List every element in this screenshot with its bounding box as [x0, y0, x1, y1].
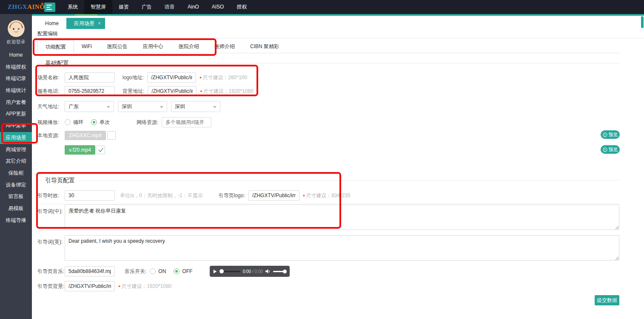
sidebar-item-terminal-records[interactable]: 终端记录 [0, 73, 32, 85]
scene-name-input[interactable] [65, 72, 115, 83]
play-circle-icon [603, 132, 607, 137]
menu-toggle-button[interactable] [44, 3, 55, 12]
functab-hospital-intro[interactable]: 医院介绍 [171, 40, 207, 53]
network-res-label: 网络资源: [137, 119, 158, 126]
functab-hospital-notice[interactable]: 医院公告 [100, 40, 135, 53]
guide-text-cn-textarea[interactable]: 亲爱的患者 祝你早日康复 [65, 204, 619, 230]
guide-music-label: 引导页音乐: [37, 268, 65, 275]
sidebar-item-app-menu[interactable]: APP菜单 [0, 120, 32, 132]
weather-district-select[interactable]: 深圳 [171, 101, 220, 112]
guide-logo-input[interactable] [248, 190, 299, 201]
speaker-icon[interactable] [265, 269, 271, 274]
play-circle-icon [603, 147, 607, 152]
sidebar-item-safe[interactable]: 保险柜 [0, 167, 32, 179]
nav-item-aiso[interactable]: AISO [205, 0, 231, 14]
guide-duration-input[interactable] [65, 190, 115, 201]
sidebar-item-terminal-auth[interactable]: 终端授权 [0, 61, 32, 73]
guide-music-input[interactable] [65, 266, 115, 276]
welcome-text: 欢迎登录 [0, 39, 32, 45]
nav-item-ads[interactable]: 广告 [135, 0, 158, 14]
audio-player[interactable]: 0:00 / 0:00 [210, 266, 290, 277]
functab-feature-config[interactable]: 功能配置 [37, 40, 74, 53]
submit-button[interactable]: 提交数据 [595, 295, 619, 305]
functab-doctor-intro[interactable]: 医师介绍 [207, 40, 242, 53]
preview-button[interactable]: 预览 [601, 145, 620, 154]
local-file-badge: ZHGXXC.mp4 [65, 131, 106, 140]
functab-app-center[interactable]: 应用中心 [135, 40, 171, 53]
radio-checked-icon[interactable] [91, 119, 97, 125]
phone-label: 服务电话: [37, 88, 65, 95]
volume-knob[interactable] [283, 270, 287, 273]
nav-item-system[interactable]: 系统 [61, 0, 84, 14]
sidebar-item-home[interactable]: Home [0, 49, 32, 61]
logo-addr-input[interactable] [147, 72, 196, 83]
weather-province-select[interactable]: 广东 [65, 101, 114, 112]
sidebar-item-device-bind[interactable]: 设备绑定 [0, 179, 32, 191]
video-single-option[interactable]: 单次 [91, 119, 110, 126]
music-on-option[interactable]: ON [150, 268, 166, 274]
local-file-badge-selected: v.f20.mp4 [65, 145, 95, 155]
guide-duration-label: 引导时效: [37, 192, 65, 199]
scrollbar-thumb[interactable] [641, 16, 644, 28]
sidebar-item-app-update[interactable]: APP更新 [0, 108, 32, 120]
functab-wifi[interactable]: WiFi [74, 40, 100, 53]
sidebar-item-template[interactable]: 易模板 [0, 203, 32, 215]
page-tabbar: Home 应用场景× [37, 18, 644, 29]
music-switch-label: 音乐开关: [125, 268, 146, 275]
seek-knob[interactable] [219, 269, 224, 273]
functab-cibn[interactable]: CIBN 聚精彩 [242, 40, 287, 53]
sidebar: 欢迎登录 Home 终端授权 终端记录 终端统计 用户套餐 APP更新 APP菜… [0, 14, 32, 319]
scene-name-label: 场景名称: [37, 74, 65, 81]
preview-button[interactable]: 预览 [601, 130, 620, 139]
video-play-label: 视频播放: [37, 119, 65, 126]
sidebar-item-terminal-stats[interactable]: 终端统计 [0, 85, 32, 97]
app-logo: ZHGXAINO [8, 3, 41, 11]
accent-strip [32, 14, 644, 16]
tab-home[interactable]: Home [37, 18, 66, 29]
hamburger-icon [46, 5, 52, 6]
chevron-down-icon [160, 106, 163, 108]
chevron-down-icon [213, 106, 217, 108]
guide-text-en-textarea[interactable]: Dear patient, I wish you a speedy recove… [65, 235, 619, 261]
guide-config-section: 引导页配置 [37, 180, 619, 181]
local-file-checkbox[interactable] [107, 131, 116, 140]
video-loop-option[interactable]: 循环 [65, 119, 83, 126]
bg-addr-input[interactable] [148, 86, 197, 96]
nav-item-smartscreen[interactable]: 智慧屏 [84, 0, 112, 14]
sidebar-item-mall[interactable]: 商城管理 [0, 144, 32, 156]
music-off-option[interactable]: OFF [174, 268, 192, 274]
sidebar-item-other-intro[interactable]: 其它介绍 [0, 155, 32, 167]
avatar[interactable] [8, 20, 25, 37]
seek-bar[interactable] [220, 271, 240, 272]
check-icon [98, 147, 104, 153]
local-file-checkbox-checked[interactable] [97, 146, 105, 154]
close-icon[interactable]: × [98, 20, 101, 26]
orange-dot-icon: ● [118, 284, 120, 288]
nav-item-aino[interactable]: AinO [181, 0, 205, 14]
breadcrumb: 配置编辑 [32, 29, 644, 38]
radio-checked-icon[interactable] [174, 268, 180, 274]
radio-icon[interactable] [150, 268, 156, 274]
sidebar-item-app-scene[interactable]: 应用场景 [0, 132, 32, 144]
logo-part1: ZHGX [8, 3, 27, 10]
volume-bar[interactable] [273, 271, 286, 272]
orange-dot-icon: ● [303, 193, 305, 198]
radio-icon[interactable] [65, 119, 71, 125]
logo-size-hint: ●尺寸建议：260*100 [199, 74, 247, 81]
network-res-input[interactable] [162, 117, 211, 127]
orange-dot-icon: ● [199, 75, 202, 80]
chevron-down-icon [107, 106, 110, 108]
nav-item-media[interactable]: 媒资 [112, 0, 135, 14]
sidebar-item-message-board[interactable]: 留言板 [0, 191, 32, 203]
tab-app-scene[interactable]: 应用场景× [66, 18, 105, 29]
guide-logo-size-hint: ●尺寸建议：834*235 [303, 192, 350, 199]
sidebar-item-user-package[interactable]: 用户套餐 [0, 97, 32, 109]
sidebar-item-terminal-guide[interactable]: 终端导播 [0, 215, 32, 227]
weather-city-select[interactable]: 深圳 [118, 101, 167, 112]
bg-size-hint: ●尺寸建议：1920*1080 [200, 88, 254, 95]
nav-item-voice[interactable]: 语音 [158, 0, 181, 14]
phone-input[interactable] [65, 86, 115, 96]
play-icon[interactable] [213, 269, 217, 274]
nav-item-license[interactable]: 授权 [230, 0, 253, 14]
guide-bg-input[interactable] [65, 281, 115, 291]
